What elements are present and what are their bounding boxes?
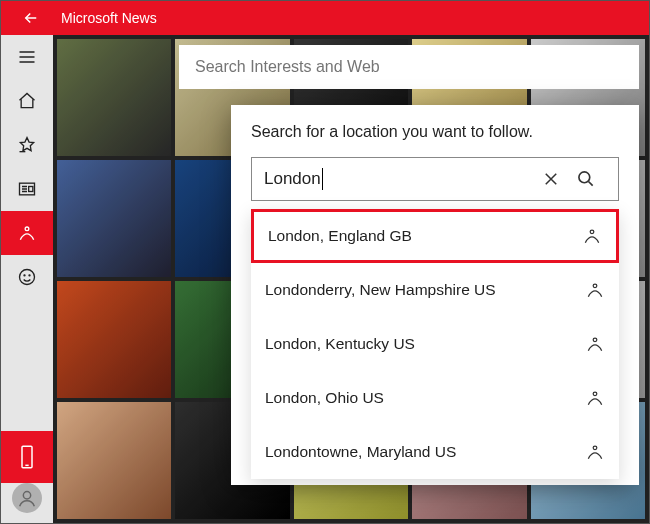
search-icon[interactable]: [576, 169, 610, 189]
phone-icon[interactable]: [1, 431, 53, 483]
location-icon[interactable]: [1, 211, 53, 255]
location-result-label: London, England GB: [268, 227, 412, 245]
home-icon[interactable]: [1, 79, 53, 123]
search-input[interactable]: [179, 45, 639, 89]
location-search-value: London: [264, 168, 542, 190]
avatar[interactable]: [12, 483, 42, 513]
location-result-label: Londonderry, New Hampshire US: [265, 281, 496, 299]
sidebar: [1, 35, 53, 523]
title-bar: Microsoft News: [1, 1, 649, 35]
main-area: Search for a location you want to follow…: [53, 35, 649, 523]
hamburger-button[interactable]: [1, 35, 53, 79]
location-result[interactable]: Londonderry, New Hampshire US: [251, 263, 619, 317]
location-result-label: London, Ohio US: [265, 389, 384, 407]
location-search-box[interactable]: London: [251, 157, 619, 201]
location-search-panel: Search for a location you want to follow…: [231, 105, 639, 485]
svg-point-11: [593, 338, 597, 342]
svg-point-8: [579, 172, 590, 183]
location-search-prompt: Search for a location you want to follow…: [251, 123, 619, 141]
app-title: Microsoft News: [61, 10, 157, 26]
svg-point-3: [20, 270, 35, 285]
location-search-text: London: [264, 169, 321, 189]
map-pin-icon: [585, 334, 605, 354]
svg-point-12: [593, 392, 597, 396]
clear-icon[interactable]: [542, 170, 576, 188]
location-result[interactable]: Londontowne, Maryland US: [251, 425, 619, 479]
location-result-label: London, Kentucky US: [265, 335, 415, 353]
svg-rect-1: [29, 187, 33, 192]
svg-point-10: [593, 284, 597, 288]
location-result[interactable]: London, Kentucky US: [251, 317, 619, 371]
smile-icon[interactable]: [1, 255, 53, 299]
svg-point-2: [25, 227, 29, 231]
location-result[interactable]: London, England GB: [251, 209, 619, 263]
svg-point-4: [24, 275, 25, 276]
svg-point-13: [593, 446, 597, 450]
app-content: Search for a location you want to follow…: [1, 35, 649, 523]
news-icon[interactable]: [1, 167, 53, 211]
text-cursor: [322, 168, 323, 190]
map-pin-icon: [582, 226, 602, 246]
map-pin-icon: [585, 280, 605, 300]
location-result[interactable]: London, Ohio US: [251, 371, 619, 425]
svg-point-9: [590, 230, 594, 234]
svg-point-7: [23, 492, 30, 499]
location-results: London, England GBLondonderry, New Hamps…: [251, 209, 619, 479]
svg-point-5: [29, 275, 30, 276]
location-result-label: Londontowne, Maryland US: [265, 443, 456, 461]
map-pin-icon: [585, 388, 605, 408]
star-icon[interactable]: [1, 123, 53, 167]
map-pin-icon: [585, 442, 605, 462]
back-button[interactable]: [9, 9, 53, 27]
